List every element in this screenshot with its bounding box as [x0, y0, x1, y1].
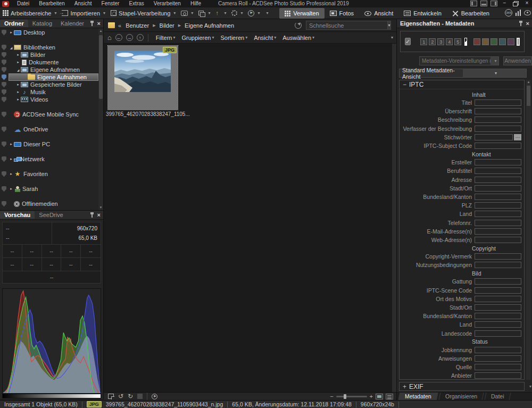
metadata-field-input-iptc-scene-code[interactable] [475, 287, 521, 294]
properties-tab-metadaten[interactable]: Metadaten [398, 393, 438, 400]
metadata-field-input-titel[interactable] [475, 99, 521, 106]
rating-4[interactable]: 4 [446, 38, 453, 45]
collapsed-arrow-icon[interactable] [15, 90, 21, 94]
metadata-field-input-telefonnr-[interactable] [475, 220, 521, 226]
rotate-right-icon[interactable]: ↻ [128, 393, 133, 399]
toolbar-overflow-icon[interactable]: ▾ [391, 35, 393, 40]
metadata-field-input-verfasser-der-beschreibung[interactable] [475, 126, 521, 132]
home-icon[interactable]: ⌂ [107, 34, 112, 41]
collapsed-arrow-icon[interactable] [15, 53, 21, 57]
metadata-field-input-landescode[interactable] [475, 330, 521, 337]
mode-tab-fotos[interactable]: Fotos [325, 8, 360, 19]
auto-fix-button[interactable] [178, 7, 196, 19]
rating-2[interactable]: 2 [429, 38, 436, 45]
mode-tab-entwickeln[interactable]: Entwickeln [398, 8, 447, 19]
cloud-sync-icon[interactable] [524, 10, 531, 15]
collapse-breadcrumb-icon[interactable]: « [118, 22, 121, 29]
tree-item-eigene-aufnahmen[interactable]: Eigene Aufnahmen [0, 66, 98, 73]
tree-item-gespeicherte-bilder[interactable]: Gespeicherte Bilder [0, 81, 98, 88]
tree-item-onedrive[interactable]: ☁OneDrive [0, 126, 98, 133]
tree-item-offlinemedien[interactable]: Offlinemedien [0, 200, 98, 207]
tab-kalender[interactable]: Kalender [56, 20, 88, 27]
layout-left-button[interactable] [470, 1, 477, 6]
metadata-field-input-bundesland-kanton[interactable] [475, 194, 521, 200]
tree-item-musik[interactable]: ♪Musik [0, 88, 98, 96]
tree-item-bibliotheken[interactable]: Bibliotheken [0, 44, 98, 51]
breadcrumb-item[interactable]: Eigene Aufnahmen [185, 22, 234, 29]
mode-tab-ansicht[interactable]: Ansicht [359, 8, 398, 19]
tree-item-dieser-pc[interactable]: Dieser PC [0, 140, 98, 148]
menu-item-fenster[interactable]: Fenster [97, 0, 124, 7]
metadata-field-input-copyright-vermerk[interactable] [475, 253, 521, 260]
keywords-picker-button[interactable]: … [514, 134, 521, 140]
workspaces-button[interactable]: Arbeitsbereiche [0, 7, 59, 19]
metadata-field-input-quelle[interactable] [475, 364, 521, 370]
collapse-icon[interactable]: − [403, 81, 406, 88]
properties-scrollbar[interactable]: ▲ [526, 80, 531, 380]
color-label-icon-4[interactable] [508, 38, 514, 45]
tree-item-sarah[interactable]: Sarah [0, 185, 98, 193]
color-label-icon-2[interactable] [491, 38, 497, 45]
collapsed-arrow-icon[interactable] [15, 82, 21, 87]
tree-item-eigene-aufnahmen[interactable]: Eigene Aufnahmen [0, 73, 98, 81]
menu-item-verarbeiten[interactable]: Verarbeiten [149, 0, 186, 7]
import-button[interactable]: Importieren [59, 7, 108, 19]
acdsee-365-icon[interactable]: 365 [505, 9, 512, 16]
close-button[interactable]: × [523, 1, 531, 6]
search-dropdown-icon[interactable]: ▾ [387, 21, 390, 29]
settings-button[interactable] [229, 7, 245, 19]
tree-item-favoriten[interactable]: ★Favoriten [0, 170, 98, 178]
dropdown-icon[interactable]: ▾ [463, 69, 526, 77]
metadata-field-input-adresse[interactable] [475, 177, 521, 183]
close-panel-icon[interactable]: × [526, 21, 529, 27]
thumbnail-view-icon[interactable] [376, 394, 383, 399]
metadata-field-input-e-mail-adresse-n-[interactable] [475, 228, 521, 235]
tree-item-bilder[interactable]: Bilder [0, 51, 98, 59]
zoom-out-icon[interactable]: − [330, 393, 333, 399]
close-panel-icon[interactable]: × [97, 21, 101, 27]
breadcrumb-item[interactable]: Benutzer [126, 22, 149, 29]
pin-icon[interactable] [90, 212, 94, 218]
up-icon[interactable]: ↑ [137, 34, 144, 41]
metadata-field-input-beschreibung[interactable] [475, 116, 521, 123]
metadata-field-input-stadt-ort[interactable] [475, 304, 521, 311]
collapsed-arrow-icon[interactable] [9, 157, 14, 161]
action-sortieren[interactable]: Sortieren [218, 35, 251, 41]
zoom-slider[interactable] [336, 396, 367, 397]
metadata-field-input-ort-des-motivs[interactable] [475, 296, 521, 302]
scroll-up-icon[interactable]: ▲ [526, 80, 531, 85]
mode-tab-bearbeiten[interactable]: Bearbeiten [447, 8, 495, 19]
layout-right-button[interactable] [491, 1, 497, 6]
upload-button[interactable]: ↑ [213, 7, 229, 19]
slideshow-button[interactable] [245, 7, 262, 19]
metadata-field-input-land[interactable] [475, 211, 521, 217]
zoom-in-icon[interactable]: + [370, 393, 373, 399]
thumbnail-tile[interactable]: JPG [108, 46, 178, 110]
tree-item-videos[interactable]: Videos [0, 96, 98, 103]
metadata-field-input--berschrift[interactable] [475, 108, 521, 114]
action-auswahlen[interactable]: Auswählen [279, 35, 318, 41]
apply-button[interactable]: Anwenden [503, 56, 532, 65]
collapsed-arrow-icon[interactable] [9, 187, 14, 191]
rating-5[interactable]: 5 [454, 38, 461, 45]
mode-tab-verwalten[interactable]: Verwalten [279, 8, 324, 19]
metadata-field-input-berufstitel[interactable] [475, 168, 521, 174]
menu-item-bearbeiten[interactable]: Bearbeiten [34, 0, 69, 7]
action-ansicht[interactable]: Ansicht [251, 35, 279, 41]
color-label-icon-1[interactable] [482, 38, 489, 45]
menu-item-extras[interactable]: Extras [124, 0, 148, 7]
expanded-arrow-icon[interactable] [15, 68, 21, 72]
metadata-field-input-land[interactable] [475, 321, 521, 328]
zoom-slider-knob[interactable] [344, 394, 346, 399]
tree-item-acdsee-mobile-sync[interactable]: ACDSee Mobile Sync [0, 111, 98, 118]
collapsed-arrow-icon[interactable] [9, 172, 14, 176]
iptc-section-header[interactable]: − IPTC [400, 80, 524, 89]
tree-item-netzwerk[interactable]: Netzwerk [0, 155, 98, 163]
clear-label-icon[interactable] [517, 38, 520, 46]
autoplay-icon[interactable] [152, 394, 157, 399]
metadata-field-input-stichw-rter[interactable] [475, 134, 513, 140]
list-view-icon[interactable] [386, 394, 393, 399]
metadata-field-input-stadt-ort[interactable] [475, 185, 521, 191]
rating-3[interactable]: 3 [437, 38, 444, 45]
tab-seedrive[interactable]: SeeDrive [35, 211, 67, 219]
